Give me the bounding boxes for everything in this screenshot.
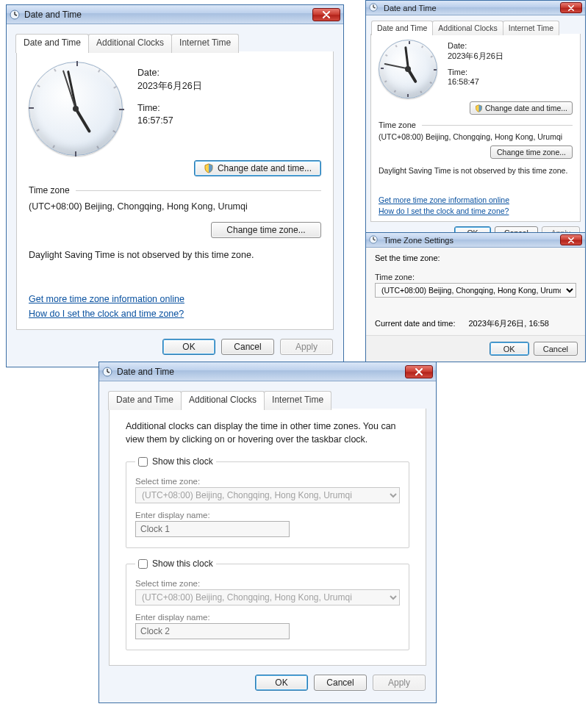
titlebar[interactable]: Time Zone Settings (366, 233, 585, 248)
svg-line-5 (373, 7, 376, 8)
current-dt-label: Current date and time: (375, 319, 455, 328)
clock2-group: Show this clock Select time zone: (UTC+0… (126, 558, 409, 650)
date-time-dialog-1: Date and Time Date and Time Additional C… (6, 4, 344, 367)
tab-date-and-time[interactable]: Date and Time (108, 391, 182, 410)
show-clock1-label: Show this clock (152, 456, 213, 467)
window-title: Date and Time (117, 367, 405, 377)
dst-note: Daylight Saving Time is not observed by … (379, 166, 573, 175)
set-timezone-label: Set the time zone: (375, 254, 576, 262)
dst-note: Daylight Saving Time is not observed by … (29, 250, 321, 260)
date-label: Date: (137, 68, 202, 78)
close-icon (567, 5, 575, 11)
clock2-timezone-select[interactable]: (UTC+08:00) Beijing, Chongqing, Hong Kon… (135, 589, 400, 605)
clock2-select-tz-label: Select time zone: (135, 579, 400, 588)
close-button[interactable] (560, 234, 582, 245)
link-how-to-set-clock[interactable]: How do I set the clock and time zone? (29, 309, 184, 319)
close-button[interactable] (312, 8, 340, 21)
link-how-to-set-clock[interactable]: How do I set the clock and time zone? (379, 206, 509, 215)
clock-icon (369, 3, 379, 13)
clock2-name-input[interactable] (135, 623, 290, 639)
ok-button[interactable]: OK (490, 342, 529, 356)
change-date-time-button[interactable]: Change date and time... (194, 160, 321, 176)
clock-icon (102, 367, 112, 377)
window-title: Time Zone Settings (384, 236, 560, 245)
tab-additional-clocks[interactable]: Additional Clocks (181, 391, 265, 410)
time-value: 16:58:47 (448, 77, 503, 86)
window-title: Date and Time (24, 10, 312, 20)
clock-icon (369, 235, 379, 245)
clock1-group: Show this clock Select time zone: (UTC+0… (126, 456, 409, 548)
date-value: 2023年6月26日 (448, 51, 503, 62)
ok-button[interactable]: OK (162, 339, 215, 355)
titlebar[interactable]: Date and Time (366, 1, 585, 15)
svg-line-11 (107, 372, 110, 373)
cancel-button[interactable]: Cancel (314, 675, 367, 691)
tab-internet-time[interactable]: Internet Time (171, 34, 239, 53)
svg-line-8 (373, 240, 376, 240)
link-tz-info[interactable]: Get more time zone information online (29, 294, 184, 304)
window-title: Date and Time (384, 4, 560, 12)
titlebar[interactable]: Date and Time (99, 362, 436, 381)
clock1-select-tz-label: Select time zone: (135, 477, 400, 486)
show-clock2-checkbox[interactable] (138, 559, 148, 569)
tab-internet-time[interactable]: Internet Time (503, 21, 559, 35)
date-value: 2023年6月26日 (137, 80, 202, 93)
tab-additional-clocks[interactable]: Additional Clocks (88, 34, 172, 53)
tab-date-and-time[interactable]: Date and Time (371, 21, 433, 35)
separator (422, 125, 573, 126)
analog-clock (29, 62, 123, 156)
tab-additional-clocks[interactable]: Additional Clocks (432, 21, 503, 35)
analog-clock (379, 40, 437, 98)
timezone-select[interactable]: (UTC+08:00) Beijing, Chongqing, Hong Kon… (375, 283, 576, 298)
tab-date-and-time[interactable]: Date and Time (15, 34, 89, 53)
date-time-dialog-2: Date and Time Date and Time Additional C… (365, 0, 586, 247)
close-icon (415, 368, 423, 375)
timezone-header: Time zone (379, 121, 416, 129)
timezone-settings-dialog: Time Zone Settings Set the time zone: Ti… (365, 232, 586, 362)
shield-icon (204, 163, 214, 173)
apply-button[interactable]: Apply (373, 675, 426, 691)
date-time-dialog-3: Date and Time Date and Time Additional C… (98, 362, 437, 703)
current-dt-value: 2023年6月26日, 16:58 (468, 318, 548, 329)
close-icon (322, 11, 331, 18)
clock-icon (10, 10, 20, 20)
clock1-timezone-select[interactable]: (UTC+08:00) Beijing, Chongqing, Hong Kon… (135, 487, 400, 503)
clock2-name-label: Enter display name: (135, 613, 400, 622)
svg-line-2 (15, 15, 17, 15)
change-timezone-button[interactable]: Change time zone... (211, 222, 321, 238)
close-icon (567, 237, 575, 243)
shield-icon (475, 104, 483, 112)
ok-button[interactable]: OK (255, 675, 308, 691)
change-date-time-button[interactable]: Change date and time... (470, 101, 573, 115)
timezone-label: Time zone: (375, 273, 576, 281)
show-clock2-label: Show this clock (152, 558, 213, 569)
close-button[interactable] (560, 2, 582, 13)
clock1-name-label: Enter display name: (135, 511, 400, 520)
time-label: Time: (448, 68, 503, 76)
close-button[interactable] (405, 365, 433, 378)
timezone-value: (UTC+08:00) Beijing, Chongqing, Hong Kon… (379, 132, 573, 141)
change-date-time-label: Change date and time... (218, 163, 312, 173)
change-timezone-button[interactable]: Change time zone... (490, 145, 573, 159)
link-tz-info[interactable]: Get more time zone information online (379, 195, 509, 204)
cancel-button[interactable]: Cancel (221, 339, 274, 355)
show-clock1-checkbox[interactable] (138, 457, 148, 467)
cancel-button[interactable]: Cancel (534, 342, 578, 356)
time-value: 16:57:57 (137, 115, 202, 126)
additional-clocks-intro: Additional clocks can display the time i… (126, 420, 409, 446)
titlebar[interactable]: Date and Time (7, 5, 343, 24)
apply-button[interactable]: Apply (280, 339, 333, 355)
tab-internet-time[interactable]: Internet Time (264, 391, 331, 410)
timezone-header: Time zone (29, 185, 70, 195)
timezone-value: (UTC+08:00) Beijing, Chongqing, Hong Kon… (29, 201, 321, 212)
date-label: Date: (448, 41, 503, 50)
time-label: Time: (137, 103, 202, 113)
clock1-name-input[interactable] (135, 521, 290, 537)
separator (76, 190, 321, 191)
